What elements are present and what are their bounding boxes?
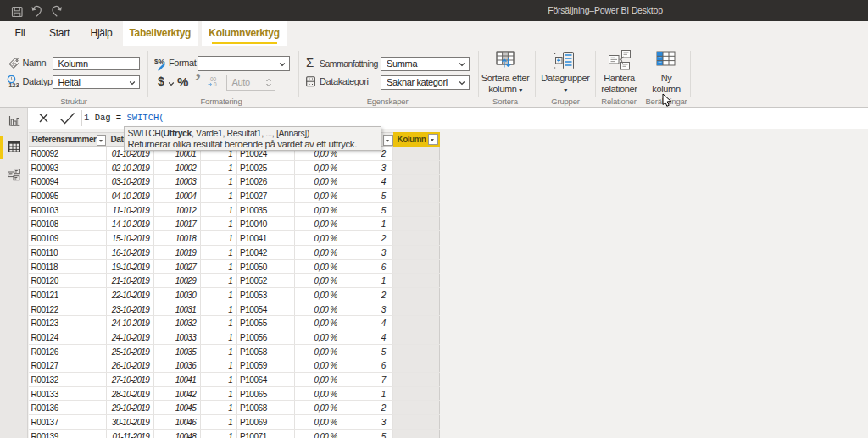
svg-text:0: 0 — [214, 81, 217, 87]
svg-text:123: 123 — [8, 81, 19, 88]
